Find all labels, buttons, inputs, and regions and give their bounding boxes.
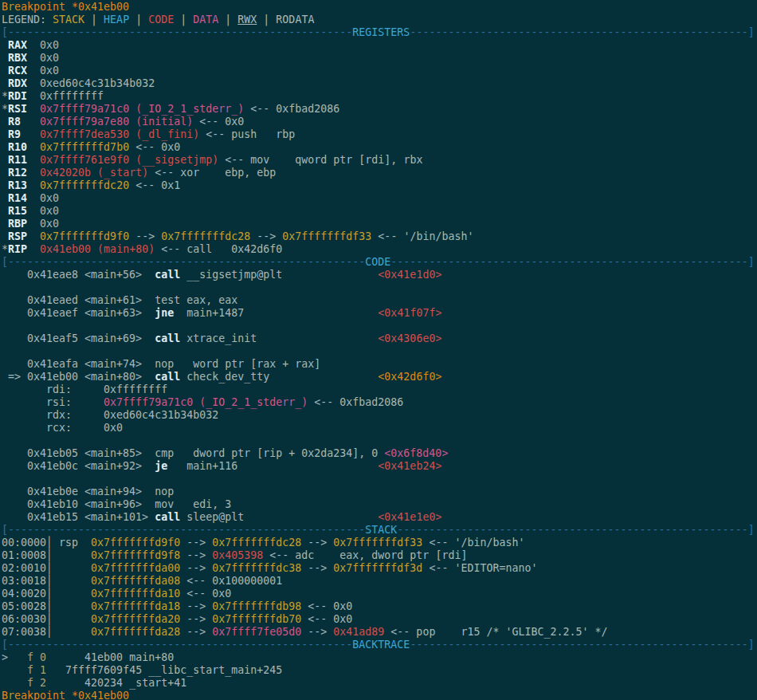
text-segment: <0x6f8d40> <box>384 447 448 459</box>
text-segment: CODE <box>365 256 390 268</box>
text-segment: 0x7fffffffdb98 <box>212 600 301 612</box>
text-segment: <-- '/bin/bash' <box>371 230 473 242</box>
reg-rax: RAX 0x0 <box>2 39 757 52</box>
text-segment: R9 <box>8 128 21 140</box>
text-segment: RDI <box>8 90 27 102</box>
text-segment: <-- 0xfbad2086 <box>244 103 339 115</box>
stack-row-05: 05:0028│ 0x7fffffffda18 --> 0x7fffffffdb… <box>2 600 757 613</box>
text-segment: f 1 <box>27 664 46 676</box>
text-segment: 0x7ffff761e9f0 (__sigsetjmp) <box>40 154 218 166</box>
asm-main-56: 0x41eae8 <main+56> call __sigsetjmp@plt … <box>2 269 757 281</box>
text-segment: 0x7fffffffdb70 <box>212 613 301 625</box>
text-segment: 0x7fffffffdc20 <box>40 179 129 191</box>
text-segment: RBP <box>8 218 27 230</box>
text-segment: 0x405398 <box>212 549 263 561</box>
text-segment: 0x7fffffffdf3d <box>333 562 422 574</box>
text-segment <box>27 103 40 115</box>
text-segment: * <box>2 103 8 115</box>
text-segment: <-- 'EDITOR=nano' <box>422 562 537 574</box>
text-segment: 0x7ffff79a71c0 (_IO_2_1_stderr_) <box>104 396 308 408</box>
reg-r10: R10 0x7fffffffd7b0 <-- 0x0 <box>2 141 757 154</box>
frame-2: f 2 420234 _start+41 <box>2 677 757 690</box>
asm-main-80-current: => 0x41eb00 <main+80> call check_dev_tty… <box>2 371 757 383</box>
blank-line <box>2 345 757 358</box>
text-segment: --> <box>129 230 161 242</box>
arg-rsi: rsi: 0x7ffff79a71c0 (_IO_2_1_stderr_) <-… <box>2 396 757 409</box>
text-segment <box>2 39 8 51</box>
text-segment: 0x0 <box>27 39 59 51</box>
text-segment: 0x7fffffffd9f8 <box>91 549 180 561</box>
text-segment: --> <box>250 230 282 242</box>
text-segment: [---------------------------------------… <box>2 524 365 536</box>
text-segment: 0x41eb10 <main+96> mov edi, 3 <box>2 498 231 510</box>
asm-main-101: 0x41eb15 <main+101> call sleep@plt <0x41… <box>2 511 757 524</box>
stack-row-06: 06:0030│ 0x7fffffffda20 --> 0x7fffffffdb… <box>2 613 757 626</box>
text-segment <box>2 179 8 191</box>
reg-rbx: RBX 0x0 <box>2 52 757 65</box>
text-segment: <-- 0x0 <box>301 613 352 625</box>
reg-rbp: RBP 0x0 <box>2 218 757 230</box>
text-segment: <-- adc eax, dword ptr [rdi] <box>263 549 467 561</box>
text-segment: R11 <box>8 154 27 166</box>
text-segment: Breakpoint *0x41eb00 <box>2 1 129 13</box>
text-segment <box>2 167 8 179</box>
text-segment: <0x4306e0> <box>378 332 441 344</box>
text-segment: 0x0 <box>27 218 59 230</box>
text-segment: 0x41eb00 (main+80) <box>40 243 155 255</box>
text-segment: 0x41eafa <main+74> nop word ptr [rax + r… <box>2 358 320 370</box>
registers-divider: [---------------------------------------… <box>2 26 757 39</box>
reg-rcx: RCX 0x0 <box>2 65 757 77</box>
text-segment: 0x41eaf5 <main+69> <box>2 332 155 344</box>
arg-rcx: rcx: 0x0 <box>2 422 757 435</box>
text-segment: | <box>257 14 276 26</box>
debugger-terminal[interactable]: Breakpoint *0x41eb00LEGEND: STACK | HEAP… <box>0 0 757 700</box>
text-segment: LEGEND: <box>2 14 53 26</box>
text-segment: 420234 _start+41 <box>46 677 186 689</box>
breakpoint-line-bottom: Breakpoint *0x41eb00 <box>2 690 757 700</box>
text-segment <box>2 192 8 204</box>
text-segment: 0x0 <box>27 65 59 77</box>
text-segment: 0x41eb0e <main+94> nop <box>2 486 174 497</box>
text-segment <box>2 230 8 242</box>
blank-line <box>2 281 757 294</box>
text-segment <box>2 205 8 217</box>
text-segment: * <box>2 243 8 255</box>
blank-line <box>2 320 757 332</box>
text-segment <box>21 116 40 128</box>
text-segment: <-- mov qword ptr [rdi], rbx <box>218 154 422 166</box>
text-segment: ----------------------------------------… <box>397 524 754 536</box>
text-segment: | <box>84 14 104 26</box>
text-segment: 0x7fffffffd9f0 <box>40 230 129 242</box>
text-segment: <-- 0x0 <box>180 588 231 600</box>
text-segment: 03:0018│ <box>2 575 91 587</box>
text-segment: | <box>218 14 237 26</box>
text-segment: * <box>2 90 8 102</box>
text-segment: > <box>2 651 27 663</box>
text-segment: BACKTRACE <box>352 639 410 651</box>
text-segment <box>2 664 27 676</box>
text-segment: --> <box>180 626 212 638</box>
text-segment <box>2 128 8 140</box>
text-segment <box>2 77 8 89</box>
text-segment <box>2 65 8 77</box>
text-segment: 0x7ffff7dea530 (_dl_fini) <box>40 128 199 140</box>
stack-row-04: 04:0020│ 0x7fffffffda10 <-- 0x0 <box>2 588 757 600</box>
text-segment: 0x7fffffffda18 <box>91 600 180 612</box>
text-segment: call <box>155 371 180 383</box>
text-segment: 0x42020b (_start) <box>40 167 148 179</box>
text-segment: 0x7fffffffd7b0 <box>40 141 129 153</box>
blank-line <box>2 435 757 447</box>
text-segment <box>27 154 40 166</box>
text-segment: [---------------------------------------… <box>2 639 352 651</box>
reg-r12: R12 0x42020b (_start) <-- xor ebp, ebp <box>2 167 757 179</box>
stack-row-00: 00:0000│ rsp 0x7fffffffd9f0 --> 0x7fffff… <box>2 537 757 549</box>
text-segment: ----------------------------------------… <box>410 26 754 38</box>
text-segment: <-- 0x1 <box>129 179 180 191</box>
reg-r9: R9 0x7ffff7dea530 (_dl_fini) <-- push rb… <box>2 128 757 141</box>
text-segment: R13 <box>8 179 27 191</box>
text-segment: STACK <box>53 14 84 26</box>
text-segment: <-- '/bin/bash' <box>422 537 524 549</box>
text-segment: <-- 0x100000001 <box>180 575 282 587</box>
text-segment: --> <box>301 626 333 638</box>
text-segment: CODE <box>148 14 174 26</box>
